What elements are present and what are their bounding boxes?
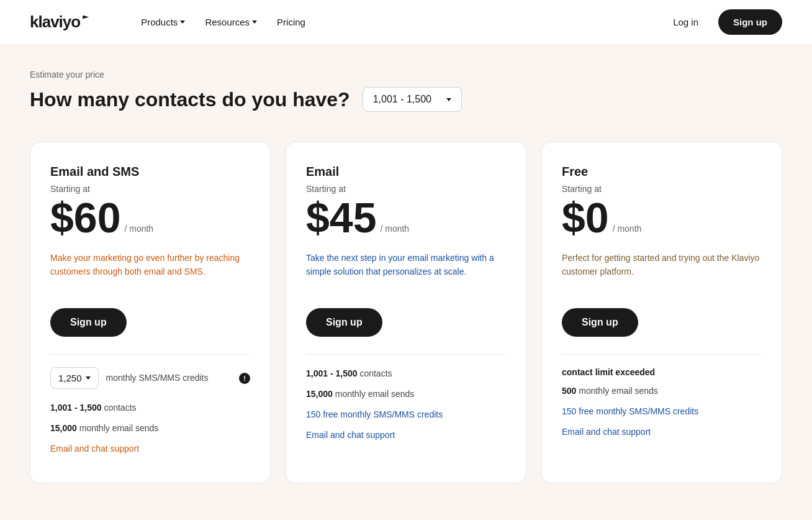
sms-credits-value: 1,250: [58, 373, 82, 383]
card-email-contacts: 1,001 - 1,500 contacts: [306, 367, 506, 380]
card-email-sms-price-row: $60 / month: [50, 196, 250, 239]
logo[interactable]: klaviyo: [30, 12, 89, 32]
contacts-row: How many contacts do you have? 1,001 - 1…: [30, 87, 782, 112]
logo-flag-icon: [83, 16, 89, 22]
card-email-sms-divider: [50, 354, 250, 355]
card-email-sms-sends: 15,000 monthly email sends: [50, 422, 250, 435]
card-email-support: Email and chat support: [306, 429, 506, 442]
card-email-sms-price: $60: [50, 196, 120, 239]
sms-info-icon[interactable]: !: [239, 373, 250, 384]
card-email: Email Starting at $45 / month Take the n…: [286, 142, 526, 483]
contacts-chevron-icon: [446, 98, 451, 101]
card-free-price-row: $0 / month: [562, 196, 762, 239]
estimate-label: Estimate your price: [30, 70, 782, 80]
chevron-down-icon: [180, 21, 185, 24]
card-free-contact-limit: contact limit exceeded: [562, 367, 762, 377]
card-email-sms-support: Email and chat support: [50, 442, 250, 455]
card-free-title: Free: [562, 165, 762, 179]
card-email-price: $45: [306, 196, 376, 239]
card-free-price: $0: [562, 196, 609, 239]
sms-credits-select[interactable]: 1,250: [50, 367, 99, 389]
nav-actions: Log in Sign up: [663, 9, 782, 35]
card-email-title: Email: [306, 165, 506, 179]
sms-chevron-icon: [86, 376, 91, 380]
card-email-sms: Email and SMS Starting at $60 / month Ma…: [30, 142, 271, 483]
card-free-starting-at: Starting at: [562, 184, 762, 194]
card-email-sms-signup-button[interactable]: Sign up: [50, 308, 127, 337]
nav-item-pricing[interactable]: Pricing: [269, 12, 313, 32]
nav-links: Products Resources Pricing: [133, 12, 638, 32]
nav-item-resources[interactable]: Resources: [197, 12, 264, 32]
main-content: Estimate your price How many contacts do…: [0, 45, 812, 520]
card-email-divider: [306, 354, 506, 355]
contacts-select-value: 1,001 - 1,500: [373, 94, 431, 105]
card-email-sms-contacts: 1,001 - 1,500 contacts: [50, 401, 250, 414]
card-free-sends: 500 monthly email sends: [562, 385, 762, 398]
card-free-signup-button[interactable]: Sign up: [562, 308, 638, 337]
card-email-price-row: $45 / month: [306, 196, 506, 239]
card-free-support: Email and chat support: [562, 426, 762, 439]
contacts-question: How many contacts do you have?: [30, 88, 350, 111]
card-email-sms-starting-at: Starting at: [50, 184, 250, 194]
card-email-per-month: / month: [380, 224, 409, 234]
card-email-description: Take the next step in your email marketi…: [306, 251, 506, 291]
card-free: Free Starting at $0 / month Perfect for …: [541, 142, 782, 483]
card-free-description: Perfect for getting started and trying o…: [562, 251, 762, 291]
contacts-select[interactable]: 1,001 - 1,500: [363, 87, 462, 112]
sms-credits-label: monthly SMS/MMS credits: [106, 372, 232, 385]
pricing-cards: Email and SMS Starting at $60 / month Ma…: [30, 142, 782, 483]
card-free-per-month: / month: [613, 224, 642, 234]
card-free-sms-free: 150 free monthly SMS/MMS credits: [562, 405, 762, 418]
nav-item-products[interactable]: Products: [133, 12, 192, 32]
signup-nav-button[interactable]: Sign up: [718, 9, 782, 35]
login-button[interactable]: Log in: [663, 12, 708, 32]
card-email-sends: 15,000 monthly email sends: [306, 388, 506, 401]
card-email-sms-description: Make your marketing go even further by r…: [50, 251, 250, 291]
card-email-sms-title: Email and SMS: [50, 165, 250, 179]
card-email-sms-free: 150 free monthly SMS/MMS credits: [306, 408, 506, 421]
card-email-starting-at: Starting at: [306, 184, 506, 194]
card-email-sms-per-month: / month: [124, 224, 153, 234]
navbar: klaviyo Products Resources Pricing Log i…: [0, 0, 812, 45]
sms-credits-row: 1,250 monthly SMS/MMS credits !: [50, 367, 250, 389]
card-email-signup-button[interactable]: Sign up: [306, 308, 382, 337]
card-free-divider: [562, 354, 762, 355]
chevron-down-icon: [252, 21, 257, 24]
